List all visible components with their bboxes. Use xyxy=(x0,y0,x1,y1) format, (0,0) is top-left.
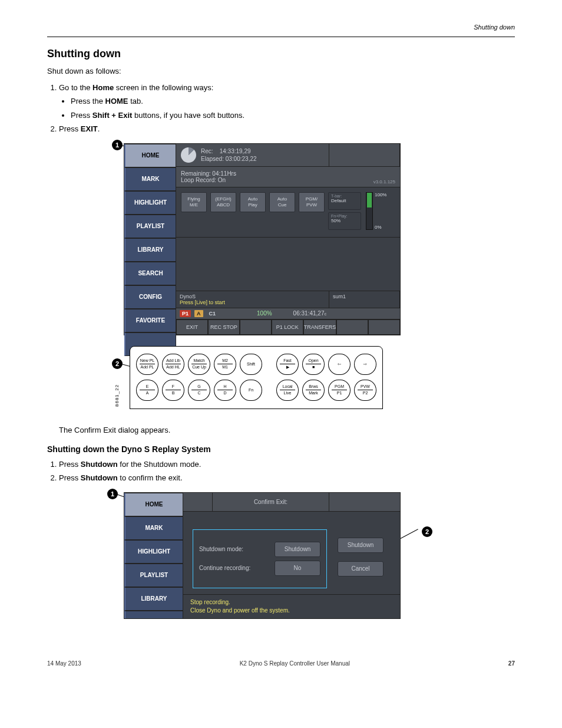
step-2: Press EXIT. xyxy=(59,123,515,135)
key-fast[interactable]: Fast▶ xyxy=(276,354,299,375)
footer-page-number: 27 xyxy=(508,660,515,667)
step-1-opt-b: Press Shift + Exit buttons, if you have … xyxy=(71,110,515,121)
btn-efgh-abcd[interactable]: (EFGH)ABCD xyxy=(210,192,236,212)
tab-home[interactable]: HOME xyxy=(124,144,176,167)
footer-date: 14 May 2013 xyxy=(47,660,81,667)
shutdown-mode-button[interactable]: Shutdown xyxy=(275,542,320,557)
continue-recording-label: Continue recording: xyxy=(199,565,270,571)
btn-auto-cue[interactable]: AutoCue xyxy=(269,192,295,212)
tab-column-2: HOME MARK HIGHLIGHT PLAYLIST LIBRARY SEA… xyxy=(124,493,183,618)
cancel-button[interactable]: Cancel xyxy=(338,561,384,577)
lead-text: Shut down as follows: xyxy=(47,66,515,77)
key-add-lib[interactable]: Add LibAdd HL xyxy=(162,354,184,375)
btn-flying-me[interactable]: FlyingM/E xyxy=(181,192,207,212)
soft-button-row: EXIT REC STOP P1 LOCK TRANSFERS xyxy=(176,319,400,335)
shutdown-dialog: Shutdown mode: Shutdown Continue recordi… xyxy=(193,529,327,588)
screenshot-1-wrap: 1 HOME MARK HIGHLIGHT PLAYLIST LIBRARY S… xyxy=(47,143,515,413)
soft-transfers[interactable]: TRANSFERS xyxy=(303,319,337,335)
tbar-box[interactable]: T-bar: Default xyxy=(328,192,361,210)
callout2-2-num: 2 xyxy=(422,526,432,537)
tbar-column: T-bar: Default Fn+Play: 50% xyxy=(328,192,361,232)
home-screen: HOME MARK HIGHLIGHT PLAYLIST LIBRARY SEA… xyxy=(124,143,401,335)
section-title-shutting-down: Shutting down xyxy=(47,48,515,60)
key-new-pl[interactable]: New PLAdd PL xyxy=(136,354,158,375)
steps-list-1: Go to the Home screen in the following w… xyxy=(59,82,515,135)
key--[interactable]: ⇦ xyxy=(328,354,351,375)
steps-list-2: Press Shutdown for the Shutdown mode. Pr… xyxy=(59,459,515,484)
page-footer: 14 May 2013 K2 Dyno S Replay Controller … xyxy=(47,660,515,667)
tab2-highlight[interactable]: HIGHLIGHT xyxy=(124,540,183,564)
chip-c1: C1 xyxy=(207,310,219,317)
tab-config[interactable]: CONFIG xyxy=(124,285,176,309)
tab-mark[interactable]: MARK xyxy=(124,167,176,191)
soft-exit[interactable]: EXIT xyxy=(176,319,208,335)
tab-favorite[interactable]: FAVORITE xyxy=(124,309,176,332)
tab2-mark[interactable]: MARK xyxy=(124,516,183,540)
tab2-home[interactable]: HOME xyxy=(124,493,183,516)
dialog-title: Confirm Exit: xyxy=(213,493,329,511)
continue-recording-button[interactable]: No xyxy=(275,561,320,576)
record-pie-icon xyxy=(181,147,196,163)
step-1-opt-a: Press the HOME tab. xyxy=(71,95,515,107)
soft-empty-3 xyxy=(368,319,400,335)
channel-info-row: P1 A C1 100% 06:31:41,27c xyxy=(176,308,400,319)
chip-p1: P1 xyxy=(180,310,191,317)
step-1: Go to the Home screen in the following w… xyxy=(59,82,515,121)
key-h[interactable]: HD xyxy=(214,380,236,401)
soft-empty-2 xyxy=(336,319,368,335)
confirm-exit-screen: HOME MARK HIGHLIGHT PLAYLIST LIBRARY SEA… xyxy=(124,492,401,619)
soft-rec-stop[interactable]: REC STOP xyxy=(208,319,240,335)
btn-pgm-pvw[interactable]: PGM/PVW xyxy=(299,192,325,212)
tab-column: HOME MARK HIGHLIGHT PLAYLIST LIBRARY SEA… xyxy=(124,144,176,335)
tab-playlist[interactable]: PLAYLIST xyxy=(124,215,176,238)
version-label: v3.0.1.125 xyxy=(373,179,395,185)
key--[interactable]: ⇨ xyxy=(354,354,376,375)
soft-empty-1 xyxy=(240,319,272,335)
key-local[interactable]: LocalLive xyxy=(276,380,299,401)
key-match[interactable]: MatchCue Up xyxy=(188,354,210,375)
speed-pct: 100% xyxy=(257,310,272,317)
key-shift[interactable]: Shift xyxy=(240,354,262,375)
key-open[interactable]: Open■ xyxy=(302,354,325,375)
page-header-right: Shutting down xyxy=(47,24,515,31)
key-pgm[interactable]: PGMP1 xyxy=(328,380,351,401)
tab2-playlist[interactable]: PLAYLIST xyxy=(124,564,183,587)
mode-buttons-row: FlyingM/E (EFGH)ABCD AutoPlay AutoCue PG… xyxy=(176,187,400,238)
tab-highlight[interactable]: HIGHLIGHT xyxy=(124,191,176,215)
key-fn[interactable]: Fn xyxy=(240,380,262,401)
keypad-diagram: 8681_22 New PLAdd PLAdd LibAdd HLMatchCu… xyxy=(130,346,383,413)
chip-a: A xyxy=(194,310,203,317)
key-brws[interactable]: BrwsMark xyxy=(302,380,325,401)
header-rule xyxy=(47,37,515,37)
status-row: DynoS Press [Live] to start sum1 xyxy=(176,291,400,308)
key-g[interactable]: GC xyxy=(188,380,210,401)
tab2-library[interactable]: LIBRARY xyxy=(124,587,183,611)
section-title-dyno-s: Shutting down the Dyno S Replay System xyxy=(47,444,515,454)
shutdown-mode-label: Shutdown mode: xyxy=(199,546,270,552)
tab-search[interactable]: SEARCH xyxy=(124,262,176,285)
tab2-search[interactable]: SEARCH xyxy=(124,611,183,619)
fnplay-box[interactable]: Fn+Play: 50% xyxy=(328,212,361,230)
dialog-title-row: Confirm Exit: xyxy=(183,493,400,512)
top-right-empty xyxy=(329,144,400,166)
s2-step-1: Press Shutdown for the Shutdown mode. xyxy=(59,459,515,470)
empty-area xyxy=(176,238,400,291)
screenshot-2-wrap: 1 2 HOME MARK HIGHLIGHT PLAYLIST LIBRARY… xyxy=(47,492,515,619)
shutdown-confirm-button[interactable]: Shutdown xyxy=(338,538,384,553)
level-meter xyxy=(366,192,373,230)
tab-library[interactable]: LIBRARY xyxy=(124,238,176,262)
btn-auto-play[interactable]: AutoPlay xyxy=(240,192,266,212)
timecode: 06:31:41,27c xyxy=(293,310,326,317)
remaining-row: Remaining: 04:11Hrs Loop Record: On v3.0… xyxy=(176,167,400,187)
key-m2[interactable]: M2M1 xyxy=(214,354,236,375)
soft-p1-lock[interactable]: P1 LOCK xyxy=(272,319,303,335)
shutdown-message: Stop recording. Close Dyno and power off… xyxy=(183,594,400,618)
footer-doc-title: K2 Dyno S Replay Controller User Manual xyxy=(240,660,350,667)
key-e[interactable]: EA xyxy=(136,380,158,401)
rec-status-box: Rec: 14:33:19,29 Elapsed: 03:00:23,22 xyxy=(176,144,329,166)
key-f[interactable]: FB xyxy=(162,380,184,401)
diagram-id: 8681_22 xyxy=(114,384,120,407)
s2-step-2: Press Shutdown to confirm the exit. xyxy=(59,472,515,484)
after-shot1-text: The Confirm Exit dialog appears. xyxy=(59,425,515,436)
key-pvw[interactable]: PVWP2 xyxy=(354,380,376,401)
